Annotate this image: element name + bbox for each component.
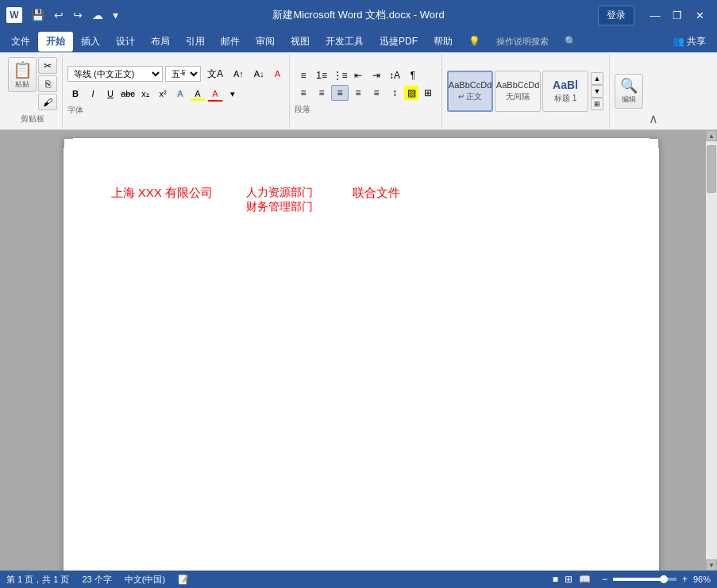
cut-button[interactable]: ✂ (38, 57, 57, 74)
scroll-track[interactable] (706, 141, 717, 559)
align-center-button[interactable]: ≡ (313, 85, 330, 101)
dept1-text: 人力资源部门 (246, 186, 313, 200)
clipboard-label: 剪贴板 (21, 113, 44, 125)
text-highlight-button[interactable]: A (190, 86, 206, 102)
scroll-thumb[interactable] (707, 145, 716, 193)
paste-label: 粘贴 (15, 79, 29, 90)
menu-references[interactable]: 引用 (178, 32, 213, 52)
menu-share[interactable]: 👥 共享 (665, 32, 714, 52)
menu-layout[interactable]: 布局 (143, 32, 178, 52)
justify-button[interactable]: ≡ (349, 85, 367, 101)
zoom-slider-track[interactable] (613, 578, 677, 581)
align-left-button[interactable]: ≡ (295, 85, 312, 101)
minimize-button[interactable]: — (644, 4, 666, 26)
menu-help[interactable]: 帮助 (426, 32, 461, 52)
font-grow-btn[interactable]: A↑ (229, 66, 248, 82)
italic-button[interactable]: I (85, 86, 101, 102)
title-bar-left: W 💾 ↩ ↪ ☁ ▾ (6, 7, 121, 23)
menu-share-icon: 🔍 (557, 33, 584, 50)
zoom-in-btn[interactable]: + (680, 573, 690, 586)
styles-more[interactable]: ⊞ (591, 98, 603, 110)
zoom-out-btn[interactable]: − (599, 573, 610, 586)
styles-scroll-down[interactable]: ▼ (591, 85, 603, 98)
view-buttons: ■ ⊞ 📖 (550, 573, 593, 586)
font-size-select[interactable]: 五号 (165, 66, 201, 82)
para-list-row: ≡ 1≡ ⋮≡ ⇤ ⇥ ↕A ¶ (295, 67, 437, 83)
font-color-button[interactable]: A (207, 86, 223, 102)
scroll-down-button[interactable]: ▼ (706, 559, 717, 571)
borders-button[interactable]: ⊞ (419, 85, 437, 101)
paste-button[interactable]: 📋 粘贴 (8, 57, 37, 92)
font-label: 字体 (67, 105, 284, 116)
superscript-button[interactable]: x² (155, 86, 171, 102)
format-painter-button[interactable]: 🖌 (38, 94, 57, 110)
print-view-btn[interactable]: ■ (550, 573, 561, 586)
styles-section: AaBbCcDd ↵ 正文 AaBbCcDd 无间隔 AaBl 标题 1 ▲ ▼… (442, 54, 610, 128)
font-clear-btn[interactable]: A (271, 66, 284, 82)
search-find-button[interactable]: 🔍 编辑 (615, 74, 643, 109)
restore-button[interactable]: ❐ (666, 4, 688, 26)
show-hide-button[interactable]: ¶ (404, 67, 422, 83)
login-button[interactable]: 登录 (598, 6, 634, 25)
menu-pdf[interactable]: 迅捷PDF (372, 32, 426, 52)
undo-quick-btn[interactable]: ↩ (52, 7, 66, 23)
scroll-up-button[interactable]: ▲ (706, 130, 717, 141)
subscript-button[interactable]: x₂ (137, 86, 153, 102)
menu-search[interactable]: 操作说明搜索 (488, 33, 557, 51)
sort-button[interactable]: ↕A (386, 67, 403, 83)
save-quick-btn[interactable]: 💾 (29, 7, 47, 23)
menu-review[interactable]: 审阅 (248, 32, 283, 52)
align-right-button[interactable]: ≡ (331, 85, 349, 101)
para-align-row: ≡ ≡ ≡ ≡ ≡ ↕ ▨ ⊞ (295, 85, 437, 101)
underline-button[interactable]: U (102, 86, 118, 102)
document-scroll-area: 上海 XXX 有限公司 人力资源部门 财务管理部门 联合文件 ▲ ▼ (0, 130, 717, 571)
ribbon-collapse-button[interactable]: ∧ (648, 111, 659, 126)
redo-quick-btn[interactable]: ↪ (71, 7, 85, 23)
increase-indent-button[interactable]: ⇥ (368, 67, 385, 83)
text-effect-button[interactable]: A (172, 86, 188, 102)
menu-home[interactable]: 开始 (38, 32, 73, 52)
styles-scroll-up[interactable]: ▲ (591, 72, 603, 85)
menu-view[interactable]: 视图 (283, 32, 318, 52)
style-normal-preview: AaBbCcDd (449, 80, 491, 90)
title-bar-right: 登录 — ❐ ✕ (598, 4, 711, 26)
shading-button[interactable]: ▨ (404, 86, 418, 100)
autosave-btn[interactable]: ☁ (90, 7, 106, 23)
menu-developer[interactable]: 开发工具 (318, 32, 372, 52)
line-spacing-button[interactable]: ↕ (386, 85, 403, 101)
bullets-button[interactable]: ≡ (295, 67, 312, 83)
distribute-button[interactable]: ≡ (368, 85, 385, 101)
decrease-indent-button[interactable]: ⇤ (349, 67, 367, 83)
font-shrink-btn[interactable]: A↓ (250, 66, 268, 82)
quick-access-dropdown[interactable]: ▾ (110, 7, 121, 23)
menu-mailings[interactable]: 邮件 (213, 32, 248, 52)
style-heading1-card[interactable]: AaBl 标题 1 (542, 71, 588, 112)
style-normal-card[interactable]: AaBbCcDd ↵ 正文 (447, 71, 493, 112)
multilevel-button[interactable]: ⋮≡ (331, 67, 349, 83)
zoom-thumb[interactable] (660, 575, 668, 583)
menu-file[interactable]: 文件 (3, 32, 38, 52)
numbering-button[interactable]: 1≡ (313, 67, 330, 83)
search-icon: 🔍 (620, 77, 638, 94)
font-wen-btn[interactable]: 文A (203, 66, 227, 82)
menu-design[interactable]: 设计 (108, 32, 143, 52)
page-content[interactable]: 上海 XXX 有限公司 人力资源部门 财务管理部门 联合文件 (111, 186, 611, 214)
strikethrough-button[interactable]: abc (120, 86, 136, 102)
menu-bar: 文件 开始 插入 设计 布局 引用 邮件 审阅 视图 开发工具 迅捷PDF 帮助… (0, 30, 717, 52)
company-name-text: 上海 XXX 有限公司 (111, 186, 230, 201)
style-nospace-card[interactable]: AaBbCcDd 无间隔 (495, 71, 541, 112)
close-button[interactable]: ✕ (688, 4, 711, 26)
web-view-btn[interactable]: ⊞ (562, 573, 575, 586)
joint-document-text: 联合文件 (353, 186, 400, 201)
zoom-fill (613, 578, 661, 581)
paste-icon: 📋 (13, 60, 33, 79)
read-view-btn[interactable]: 📖 (576, 573, 593, 586)
font-section: 等线 (中文正文) 五号 文A A↑ A↓ A B I U abc x₂ x² … (63, 54, 290, 128)
menu-insert[interactable]: 插入 (73, 32, 108, 52)
font-more-btn[interactable]: ▾ (225, 86, 241, 102)
dept2-text: 财务管理部门 (246, 200, 313, 214)
vertical-scrollbar[interactable]: ▲ ▼ (706, 130, 717, 571)
font-family-select[interactable]: 等线 (中文正文) (67, 66, 163, 82)
copy-button[interactable]: ⎘ (38, 75, 57, 92)
bold-button[interactable]: B (67, 86, 83, 102)
